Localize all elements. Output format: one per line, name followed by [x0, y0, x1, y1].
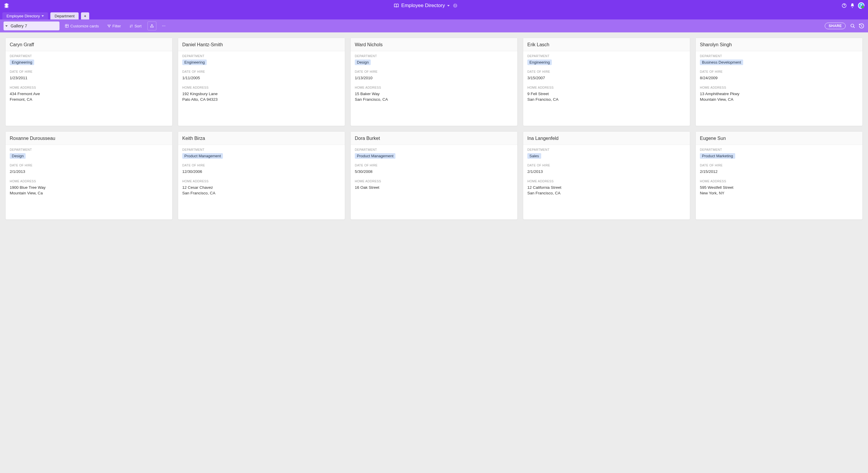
customize-label: Customize cards: [70, 24, 99, 28]
view-toolbar: Gallery 7 Customize cards Filter Sort SH…: [0, 20, 868, 32]
department-label: DEPARTMENT: [527, 54, 686, 58]
share-export-button[interactable]: [148, 22, 156, 30]
hire-label: DATE OF HIRE: [182, 164, 341, 167]
chevron-down-icon: [447, 5, 450, 6]
filter-label: Filter: [113, 24, 121, 28]
svg-point-5: [162, 26, 163, 26]
hire-date: 8/24/2009: [700, 75, 858, 81]
card-name: Ina Langenfeld: [523, 131, 690, 145]
view-selector[interactable]: Gallery 7: [3, 22, 60, 30]
home-address: 434 Fremont Ave Fremont, CA: [10, 91, 168, 102]
tab-label: Department: [55, 14, 74, 18]
department-label: DEPARTMENT: [10, 148, 168, 151]
card-name: Ward Nichols: [351, 38, 517, 51]
employee-card[interactable]: Keith Birza DEPARTMENT Product Managemen…: [178, 131, 345, 220]
hire-date: 12/30/2006: [182, 169, 341, 175]
card-name: Erik Lasch: [523, 38, 690, 51]
hire-label: DATE OF HIRE: [527, 70, 686, 73]
department-tag: Engineering: [527, 59, 552, 65]
department-label: DEPARTMENT: [355, 54, 513, 58]
home-address: 12 California Street San Francisco, CA: [527, 185, 686, 196]
sort-button[interactable]: Sort: [126, 22, 145, 30]
address-label: HOME ADDRESS: [182, 86, 341, 89]
employee-card[interactable]: Sharolyn Singh DEPARTMENT Business Devel…: [695, 38, 863, 126]
hire-date: 1/11/2005: [182, 75, 341, 81]
hire-date: 3/15/2007: [527, 75, 686, 81]
hire-date: 1/13/2010: [355, 75, 513, 81]
card-name: Roxanne Durousseau: [6, 131, 172, 145]
card-name: Keith Birza: [178, 131, 345, 145]
hire-label: DATE OF HIRE: [355, 70, 513, 73]
logo-icon[interactable]: [3, 3, 9, 8]
address-label: HOME ADDRESS: [10, 179, 168, 183]
gallery-view: Caryn Graff DEPARTMENT Engineering DATE …: [0, 32, 868, 225]
tab-label: Employee Directory: [6, 14, 40, 18]
address-label: HOME ADDRESS: [700, 86, 858, 89]
share-button[interactable]: SHARE: [825, 23, 846, 29]
address-label: HOME ADDRESS: [355, 179, 513, 183]
filter-icon: [107, 24, 111, 28]
share-label: SHARE: [829, 24, 842, 28]
hire-date: 2/15/2012: [700, 169, 858, 175]
filter-button[interactable]: Filter: [104, 22, 124, 30]
info-icon[interactable]: i: [453, 3, 457, 8]
hire-date: 2/1/2013: [527, 169, 686, 175]
department-tag: Engineering: [182, 59, 207, 65]
home-address: 595 Westfell Street New York, NY: [700, 185, 858, 196]
sort-icon: [129, 24, 133, 28]
employee-card[interactable]: Ward Nichols DEPARTMENT Design DATE OF H…: [350, 38, 518, 126]
department-tag: Product Management: [355, 153, 396, 159]
customize-cards-button[interactable]: Customize cards: [62, 22, 102, 30]
hire-label: DATE OF HIRE: [700, 70, 858, 73]
employee-card[interactable]: Caryn Graff DEPARTMENT Engineering DATE …: [5, 38, 173, 126]
share-icon: [150, 24, 154, 28]
employee-card[interactable]: Roxanne Durousseau DEPARTMENT Design DAT…: [5, 131, 173, 220]
help-icon[interactable]: [841, 3, 847, 8]
chevron-down-icon: [5, 25, 8, 27]
employee-card[interactable]: Erik Lasch DEPARTMENT Engineering DATE O…: [523, 38, 690, 126]
department-label: DEPARTMENT: [355, 148, 513, 151]
tabs-bar: Employee Directory Department +: [0, 11, 868, 20]
department-label: DEPARTMENT: [182, 148, 341, 151]
avatar[interactable]: [858, 2, 865, 9]
employee-card[interactable]: Dora Burket DEPARTMENT Product Managemen…: [350, 131, 518, 220]
more-options-button[interactable]: [158, 22, 169, 30]
app-header: Employee Directory i: [0, 0, 868, 11]
home-address: 15 Baker Way San Francisco, CA: [355, 91, 513, 102]
hire-date: 5/30/2008: [355, 169, 513, 175]
svg-point-2: [861, 4, 862, 6]
base-title-dropdown[interactable]: Employee Directory: [401, 3, 450, 8]
add-table-button[interactable]: +: [81, 12, 89, 20]
svg-point-7: [164, 26, 165, 26]
address-label: HOME ADDRESS: [700, 179, 858, 183]
hire-label: DATE OF HIRE: [527, 164, 686, 167]
hire-label: DATE OF HIRE: [10, 164, 168, 167]
home-address: 13 Amphitheatre Pkwy Mountain View, CA: [700, 91, 858, 102]
home-address: 192 Kingsbury Lane Palo Alto, CA 94323: [182, 91, 341, 102]
hire-date: 1/23/2011: [10, 75, 168, 81]
employee-card[interactable]: Eugene Sun DEPARTMENT Product Marketing …: [695, 131, 863, 220]
card-name: Eugene Sun: [696, 131, 862, 145]
svg-point-6: [163, 26, 164, 26]
search-icon[interactable]: [850, 23, 856, 29]
department-label: DEPARTMENT: [182, 54, 341, 58]
hire-date: 2/1/2013: [10, 169, 168, 175]
dots-icon: [161, 24, 166, 28]
notifications-icon[interactable]: [850, 3, 855, 8]
svg-point-1: [844, 6, 844, 7]
tab-department[interactable]: Department: [50, 12, 79, 20]
history-icon[interactable]: [859, 23, 865, 29]
hire-label: DATE OF HIRE: [700, 164, 858, 167]
chevron-down-icon: [41, 15, 44, 17]
address-label: HOME ADDRESS: [10, 86, 168, 89]
home-address: 9 Fell Street San Franciso, CA: [527, 91, 686, 102]
tab-employee-directory[interactable]: Employee Directory: [2, 12, 48, 20]
department-label: DEPARTMENT: [700, 54, 858, 58]
plus-icon: +: [84, 14, 86, 18]
employee-card[interactable]: Daniel Hantz-Smith DEPARTMENT Engineerin…: [178, 38, 345, 126]
view-name: Gallery 7: [10, 24, 27, 28]
department-tag: Design: [355, 59, 371, 65]
hire-label: DATE OF HIRE: [10, 70, 168, 73]
employee-card[interactable]: Ina Langenfeld DEPARTMENT Sales DATE OF …: [523, 131, 690, 220]
hire-label: DATE OF HIRE: [355, 164, 513, 167]
